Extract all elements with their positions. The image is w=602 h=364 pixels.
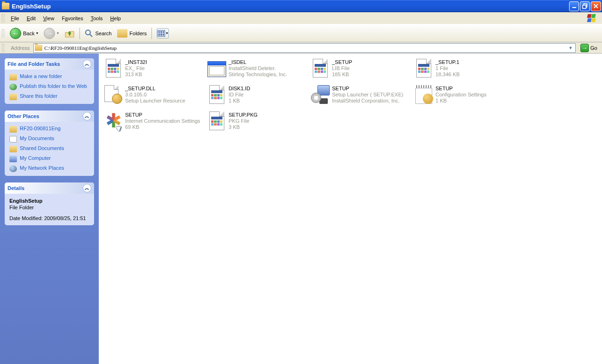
go-button[interactable]: → Go [578, 44, 600, 52]
file-item[interactable]: _SETUP.DLL 3.0.105.0 Setup Launcher Reso… [101, 84, 204, 107]
file-name: SETUP [125, 112, 200, 118]
internet-settings-icon [104, 112, 122, 130]
search-icon [85, 29, 93, 38]
file-icon [106, 59, 121, 78]
chevron-up-icon: ︽ [83, 184, 91, 192]
place-link[interactable]: Shared Documents [9, 145, 89, 152]
tasks-title: File and Folder Tasks [8, 61, 60, 67]
task-link[interactable]: Share this folder [9, 93, 89, 100]
back-button[interactable]: ← Back ▾ [7, 26, 41, 40]
file-item[interactable]: _ISDEL InstallShield Deleter. Stirling T… [204, 57, 308, 81]
details-name: EnglishSetup [9, 198, 89, 204]
chevron-up-icon: ︽ [83, 60, 91, 68]
folder-icon [9, 146, 17, 152]
file-name: SETUP [436, 86, 486, 92]
file-item[interactable]: SETUP.PKG PKG File 3 KB [204, 110, 308, 134]
windows-flag-icon [586, 14, 597, 23]
menu-tools[interactable]: Tools [87, 14, 107, 23]
search-button[interactable]: Search [82, 26, 114, 40]
file-item[interactable]: DISK1.ID ID File 1 KB [204, 84, 308, 107]
file-name: SETUP.PKG [229, 112, 258, 118]
folders-button[interactable]: Folders [114, 26, 150, 40]
minimize-button[interactable] [569, 1, 579, 11]
file-type: PKG File [229, 118, 258, 124]
file-item[interactable]: SETUP Setup Launcher ( SETUP.EXE) Instal… [308, 84, 411, 107]
folder-icon [9, 74, 17, 80]
details-panel: Details ︽ EnglishSetup File Folder Date … [5, 182, 94, 225]
file-size: 313 KB [125, 71, 147, 78]
restore-button[interactable] [580, 1, 590, 11]
svg-point-3 [86, 30, 90, 35]
file-size: 3 KB [229, 124, 258, 130]
file-icon [209, 111, 224, 130]
file-name: _INST32I [125, 59, 147, 65]
details-panel-header[interactable]: Details ︽ [5, 182, 94, 194]
address-bar: Address ▼ → Go [0, 42, 602, 54]
file-list[interactable]: _INST32I EX_ File 313 KB _ISDEL InstallS… [99, 54, 602, 364]
file-item[interactable]: _INST32I EX_ File 313 KB [101, 57, 204, 81]
file-type: Configuration Settings [436, 92, 486, 98]
file-size: 185 KB [332, 71, 352, 78]
file-name: _SETUP.1 [436, 59, 459, 65]
place-label: My Documents [20, 135, 54, 141]
tasks-panel: File and Folder Tasks ︽ Make a new folde… [5, 58, 94, 104]
go-icon: → [580, 44, 589, 52]
file-item[interactable]: _SETUP.1 1 File 18,346 KB [411, 57, 515, 81]
place-label: Shared Documents [20, 145, 64, 151]
file-item[interactable]: _SETUP LIB File 185 KB [308, 57, 411, 81]
gripper[interactable] [2, 44, 4, 52]
tasks-panel-header[interactable]: File and Folder Tasks ︽ [5, 58, 94, 70]
views-button[interactable]: ▾ [154, 26, 172, 40]
file-size: 69 KB [125, 124, 200, 130]
file-type: Internet Communication Settings [125, 118, 200, 124]
search-label: Search [95, 31, 111, 36]
task-link[interactable]: Make a new folder [9, 73, 89, 80]
chevron-up-icon: ︽ [83, 112, 91, 120]
menu-help[interactable]: Help [106, 14, 125, 23]
up-icon [64, 29, 75, 38]
up-button[interactable] [62, 26, 78, 40]
file-name: _SETUP [332, 59, 352, 65]
back-label: Back [23, 31, 34, 36]
place-label: RF20-090811Eng [20, 126, 61, 131]
net-icon [9, 166, 17, 172]
menu-edit[interactable]: Edit [23, 14, 40, 23]
address-dropdown[interactable]: ▼ [567, 46, 574, 50]
gripper[interactable] [2, 14, 4, 23]
place-link[interactable]: My Computer [9, 155, 89, 162]
file-type: Setup Launcher ( SETUP.EXE) [332, 92, 403, 98]
file-size: Setup Launcher Resource [125, 98, 185, 104]
pc-icon [9, 156, 17, 162]
file-size: 18,346 KB [436, 71, 459, 78]
close-button[interactable] [591, 1, 601, 11]
task-link[interactable]: Publish this folder to the Web [9, 83, 89, 90]
task-label: Share this folder [20, 93, 57, 99]
folder-icon [35, 45, 42, 51]
address-field[interactable]: ▼ [33, 43, 576, 53]
menu-favorites[interactable]: Favorites [58, 14, 87, 23]
file-type: EX_ File [125, 65, 147, 71]
menu-view[interactable]: View [40, 14, 58, 23]
forward-button[interactable]: → ▾ [41, 26, 62, 40]
places-panel-header[interactable]: Other Places ︽ [5, 111, 94, 122]
place-link[interactable]: RF20-090811Eng [9, 126, 89, 133]
address-input[interactable] [44, 45, 567, 51]
svg-line-4 [90, 34, 92, 37]
dropdown-icon: ▾ [57, 31, 59, 35]
file-size: 1 KB [229, 98, 250, 104]
menu-file[interactable]: File [7, 14, 23, 23]
window-icon [207, 61, 226, 77]
place-link[interactable]: My Documents [9, 135, 89, 142]
svg-rect-2 [583, 5, 586, 8]
folder-icon [2, 3, 9, 9]
place-link[interactable]: My Network Places [9, 165, 89, 172]
toolbar: ← Back ▾ → ▾ Search Folders ▾ [0, 24, 602, 42]
folders-label: Folders [129, 31, 147, 36]
file-icon [209, 85, 224, 104]
file-item[interactable]: SETUP Internet Communication Settings 69… [101, 110, 204, 134]
gripper[interactable] [2, 29, 4, 38]
file-item[interactable]: SETUP Configuration Settings 1 KB [411, 84, 515, 107]
task-label: Make a new folder [20, 73, 62, 79]
titlebar[interactable]: EnglishSetup [0, 0, 602, 12]
file-name: DISK1.ID [229, 86, 250, 92]
